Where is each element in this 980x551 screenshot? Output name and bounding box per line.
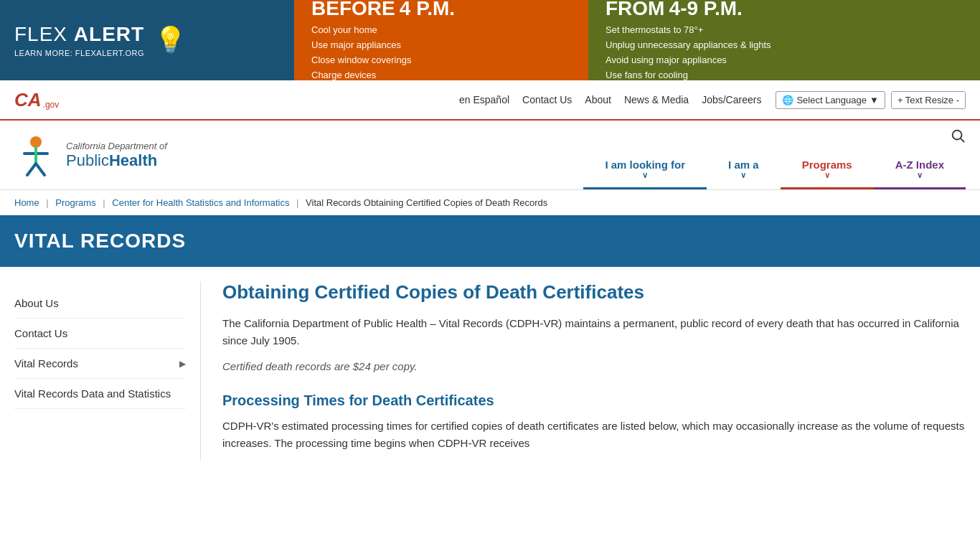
flex-alert-logo: FLEX ALERT bbox=[14, 23, 144, 46]
espanol-link[interactable]: en Español bbox=[459, 94, 509, 105]
flex-alert-before-tips: Cool your homeUse major appliancesClose … bbox=[311, 23, 571, 83]
sidebar-vital-records-data[interactable]: Vital Records Data and Statistics bbox=[14, 379, 186, 409]
page-title-bar: VITAL RECORDS bbox=[0, 215, 980, 267]
main-nav-items: I am looking for ∨ I am a ∨ Programs ∨ A… bbox=[196, 151, 966, 189]
flex-alert-from-label: FROM 4-9 P.M. bbox=[606, 0, 963, 20]
flex-alert-left: FLEX ALERT LEARN MORE: FLEXALERT.ORG 💡 bbox=[0, 0, 294, 80]
nav-item-programs[interactable]: Programs ∨ bbox=[781, 151, 874, 189]
breadcrumb-sep-1: | bbox=[46, 197, 48, 208]
chevron-looking-for: ∨ bbox=[605, 171, 685, 180]
flex-alert-from-tips: Set thermostats to 78°+Unplug unnecessar… bbox=[606, 23, 963, 83]
language-selector[interactable]: 🌐 Select Language ▼ bbox=[776, 91, 885, 109]
content-area: About Us Contact Us Vital Records ▶ Vita… bbox=[0, 267, 980, 475]
breadcrumb-home[interactable]: Home bbox=[14, 197, 39, 208]
sidebar: About Us Contact Us Vital Records ▶ Vita… bbox=[14, 281, 201, 461]
chevron-az-index: ∨ bbox=[895, 171, 944, 180]
breadcrumb-chsi[interactable]: Center for Health Statistics and Informa… bbox=[112, 197, 289, 208]
svg-line-6 bbox=[961, 138, 964, 142]
intro-paragraph: The California Department of Public Heal… bbox=[222, 315, 966, 349]
flex-alert-middle: BEFORE 4 P.M. Cool your homeUse major ap… bbox=[294, 0, 588, 80]
about-top-link[interactable]: About bbox=[585, 94, 611, 105]
ca-gov-logo[interactable]: CA.gov bbox=[14, 89, 59, 111]
cdph-logo-text: California Department of PublicHealth bbox=[66, 141, 167, 170]
processing-heading: Processing Times for Death Certificates bbox=[222, 392, 966, 409]
sidebar-vital-records[interactable]: Vital Records ▶ bbox=[14, 349, 186, 379]
svg-line-4 bbox=[36, 164, 44, 175]
sidebar-about-us[interactable]: About Us bbox=[14, 288, 186, 319]
search-icon[interactable] bbox=[950, 128, 966, 143]
flex-alert-learn-more: LEARN MORE: FLEXALERT.ORG bbox=[14, 49, 144, 57]
contact-us-top-link[interactable]: Contact Us bbox=[522, 94, 572, 105]
chevron-programs: ∨ bbox=[802, 171, 852, 180]
main-content: Obtaining Certified Copies of Death Cert… bbox=[201, 281, 966, 461]
globe-icon: 🌐 bbox=[782, 95, 793, 105]
bulb-icon: 💡 bbox=[154, 25, 187, 55]
svg-point-0 bbox=[30, 136, 42, 148]
text-resize-control[interactable]: + Text Resize - bbox=[891, 91, 966, 109]
cert-note: Certified death records are $24 per copy… bbox=[222, 358, 966, 375]
flex-alert-right: FROM 4-9 P.M. Set thermostats to 78°+Unp… bbox=[588, 0, 980, 80]
svg-line-3 bbox=[27, 164, 36, 175]
chevron-i-am-a: ∨ bbox=[728, 171, 759, 180]
search-bar[interactable] bbox=[950, 128, 966, 146]
main-heading: Obtaining Certified Copies of Death Cert… bbox=[222, 281, 966, 303]
breadcrumb-sep-3: | bbox=[296, 197, 298, 208]
top-nav-links: en Español Contact Us About News & Media… bbox=[459, 94, 761, 105]
nav-item-i-am-a[interactable]: I am a ∨ bbox=[707, 151, 781, 189]
sidebar-arrow-icon: ▶ bbox=[179, 359, 186, 369]
nav-item-az-index[interactable]: A-Z Index ∨ bbox=[874, 151, 966, 189]
breadcrumb-current: Vital Records Obtaining Certified Copies… bbox=[306, 197, 547, 208]
processing-text: CDPH-VR's estimated processing times for… bbox=[222, 418, 966, 452]
page-title: VITAL RECORDS bbox=[14, 230, 966, 253]
main-navigation: California Department of PublicHealth I … bbox=[0, 121, 980, 190]
top-navigation: CA.gov en Español Contact Us About News … bbox=[0, 80, 980, 121]
breadcrumb: Home | Programs | Center for Health Stat… bbox=[0, 190, 980, 215]
svg-point-5 bbox=[953, 131, 962, 140]
breadcrumb-sep-2: | bbox=[103, 197, 105, 208]
cdph-logo: California Department of PublicHealth bbox=[14, 133, 167, 184]
cdph-logo-icon bbox=[14, 133, 57, 176]
jobs-careers-top-link[interactable]: Jobs/Careers bbox=[702, 94, 761, 105]
flex-alert-banner: FLEX ALERT LEARN MORE: FLEXALERT.ORG 💡 B… bbox=[0, 0, 980, 80]
news-media-top-link[interactable]: News & Media bbox=[624, 94, 689, 105]
chevron-down-icon: ▼ bbox=[870, 95, 879, 105]
main-nav-right: I am looking for ∨ I am a ∨ Programs ∨ A… bbox=[196, 128, 966, 189]
flex-alert-before-label: BEFORE 4 P.M. bbox=[311, 0, 571, 20]
nav-item-looking-for[interactable]: I am looking for ∨ bbox=[583, 151, 707, 189]
breadcrumb-programs[interactable]: Programs bbox=[55, 197, 95, 208]
sidebar-contact-us[interactable]: Contact Us bbox=[14, 319, 186, 349]
